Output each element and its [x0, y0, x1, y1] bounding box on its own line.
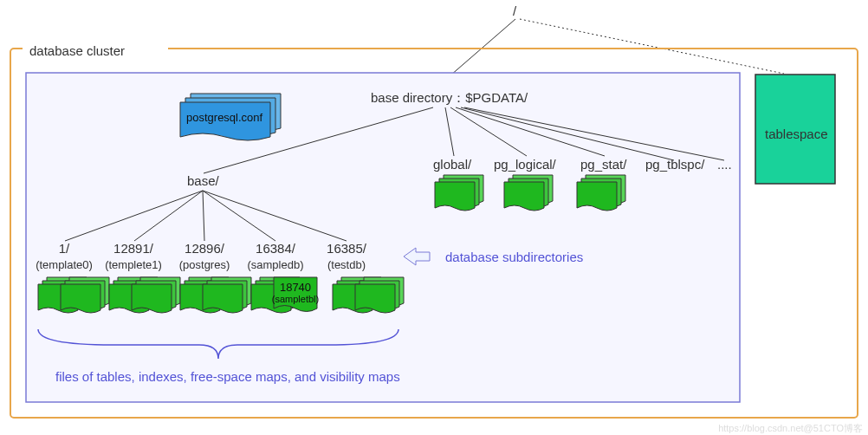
folder-icon: [577, 175, 625, 211]
tablespace-box: tablespace: [755, 75, 835, 184]
line-root-to-tablespace: [520, 19, 784, 74]
folder-icon: [132, 277, 180, 313]
topdir-pgtblspc-label: pg_tblspc/: [645, 157, 705, 172]
postgresql-conf: postgresql.conf: [180, 94, 281, 140]
svg-text:(templete1): (templete1): [105, 258, 162, 271]
topdir-global-label: global/: [433, 157, 472, 172]
svg-text:(testdb): (testdb): [327, 258, 366, 271]
svg-text:(postgres): (postgres): [179, 258, 230, 271]
db-subdirs-caption: database subdirectories: [445, 250, 583, 264]
postgresql-conf-label: postgresql.conf: [186, 111, 263, 124]
svg-text:12896/: 12896/: [185, 241, 225, 256]
svg-text:12891/: 12891/: [113, 241, 154, 256]
topdir-pglogical-label: pg_logical/: [494, 157, 557, 172]
folder-icon: [355, 277, 404, 313]
svg-text:1/: 1/: [59, 241, 70, 256]
svg-text:16384/: 16384/: [256, 241, 296, 256]
folder-icon: [61, 277, 109, 313]
svg-text:(template0): (template0): [36, 258, 93, 271]
brace-caption: files of tables, indexes, free-space map…: [55, 369, 400, 384]
topdir-pgstat-label: pg_stat/: [580, 157, 627, 172]
watermark-text: https://blog.csdn.net@51CTO博客: [718, 423, 863, 433]
sample-file: 18740 (sampletbl): [272, 277, 319, 312]
root-path-label: /: [513, 3, 517, 18]
base-directory-label: base directory：$PGDATA/: [371, 90, 528, 105]
folder-icon: [504, 175, 553, 211]
tablespace-label: tablespace: [765, 127, 828, 141]
cluster-title: database cluster: [29, 43, 125, 58]
svg-text:(sampletbl): (sampletbl): [272, 294, 319, 304]
folder-icon: [435, 175, 483, 211]
svg-text:16385/: 16385/: [327, 241, 367, 256]
topdir-ellipsis-label: ....: [717, 157, 732, 172]
folder-icon: [203, 277, 251, 313]
svg-text:(sampledb): (sampledb): [247, 258, 303, 271]
svg-text:18740: 18740: [280, 281, 311, 294]
base-label: base/: [187, 173, 220, 188]
